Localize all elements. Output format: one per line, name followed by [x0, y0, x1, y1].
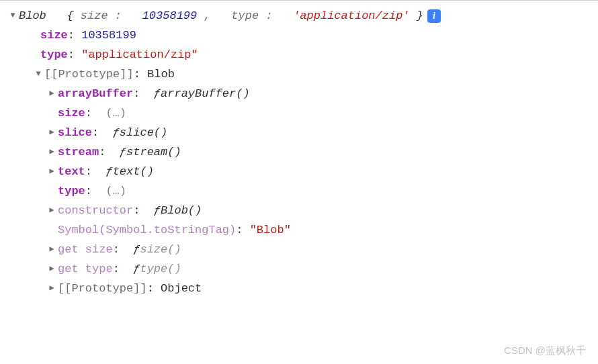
spacer-icon: ▶	[47, 220, 56, 240]
brace-close: }	[417, 9, 423, 22]
prototype-members: ▶arrayBuffer: ƒ arrayBuffer()▶size: (…)▶…	[8, 84, 598, 279]
spacer-icon: ▶	[47, 103, 56, 123]
prototype-value: Object	[161, 279, 202, 298]
info-icon[interactable]: i	[427, 9, 441, 23]
expand-toggle-icon[interactable]: ▶	[47, 259, 56, 279]
prototype-member-row[interactable]: ▶type: (…)	[8, 181, 598, 201]
expand-toggle-icon[interactable]: ▶	[47, 123, 56, 142]
class-name: Blob	[19, 9, 46, 22]
ellipsis-value[interactable]: (…)	[105, 181, 126, 201]
function-glyph-icon: ƒ	[133, 259, 140, 279]
function-glyph-icon: ƒ	[133, 240, 140, 259]
expand-toggle-icon[interactable]: ▶	[47, 162, 56, 181]
string-value: "Blob"	[250, 220, 291, 240]
function-glyph-icon: ƒ	[154, 201, 161, 220]
function-name: stream()	[126, 142, 181, 162]
property-row[interactable]: ▶ size : 10358199	[8, 26, 598, 45]
member-key: constructor	[58, 201, 133, 220]
member-key: slice	[58, 123, 92, 142]
function-glyph-icon: ƒ	[154, 84, 161, 103]
property-row[interactable]: ▶ type : "application/zip"	[8, 45, 598, 64]
prototype-label: [[Prototype]]	[44, 64, 134, 84]
prototype-member-row[interactable]: ▶get size: ƒ size()	[8, 240, 598, 259]
summary-size-value: 10358199	[142, 9, 198, 22]
function-name: text()	[113, 162, 154, 181]
prop-key-type: type	[40, 45, 68, 64]
prototype-row[interactable]: ▶ [[Prototype]] : Object	[8, 279, 598, 298]
expand-toggle-icon[interactable]: ▶	[47, 84, 56, 103]
function-name: slice()	[120, 123, 167, 142]
function-name: size()	[140, 240, 181, 259]
member-key: get type	[58, 259, 113, 279]
prototype-member-row[interactable]: ▶text: ƒ text()	[8, 162, 598, 181]
member-key: arrayBuffer	[58, 84, 133, 103]
prototype-label: [[Prototype]]	[58, 279, 147, 298]
function-glyph-icon: ƒ	[105, 162, 112, 181]
prototype-row[interactable]: ▼ [[Prototype]] : Blob	[8, 64, 598, 84]
prototype-member-row[interactable]: ▶constructor: ƒ Blob()	[8, 201, 598, 220]
expand-toggle-icon[interactable]: ▶	[47, 240, 56, 259]
expand-toggle-icon[interactable]: ▼	[8, 6, 17, 26]
watermark: CSDN @蓝枫秋千	[504, 340, 586, 360]
member-key: text	[58, 162, 85, 181]
brace-open: {	[67, 9, 73, 22]
function-name: type()	[140, 259, 181, 279]
summary-type-value: 'application/zip'	[293, 9, 409, 22]
function-glyph-icon: ƒ	[113, 123, 120, 142]
summary-type-key: type	[231, 9, 259, 22]
expand-toggle-icon[interactable]: ▶	[47, 142, 56, 162]
prototype-member-row[interactable]: ▶get type: ƒ type()	[8, 259, 598, 279]
function-glyph-icon: ƒ	[120, 142, 126, 162]
member-key: size	[58, 103, 85, 123]
prop-key-size: size	[40, 26, 68, 45]
function-name: Blob()	[161, 201, 202, 220]
member-key: type	[58, 181, 85, 201]
expand-toggle-icon[interactable]: ▼	[34, 64, 43, 84]
prototype-member-row[interactable]: ▶stream: ƒ stream()	[8, 142, 598, 162]
prototype-member-row[interactable]: ▶Symbol(Symbol.toStringTag): "Blob"	[8, 220, 598, 240]
prototype-member-row[interactable]: ▶arrayBuffer: ƒ arrayBuffer()	[8, 84, 598, 103]
spacer-icon: ▶	[47, 181, 56, 201]
prop-value-size: 10358199	[81, 26, 136, 45]
member-key: stream	[58, 142, 99, 162]
prototype-value: Blob	[147, 64, 175, 84]
prop-value-type: "application/zip"	[81, 45, 198, 64]
object-summary-row[interactable]: ▼ Blob { size : 10358199 , type : 'appli…	[8, 6, 598, 26]
spacer-icon: ▶	[30, 45, 39, 64]
member-key: Symbol(Symbol.toStringTag)	[58, 220, 236, 240]
summary-size-key: size	[81, 9, 108, 22]
ellipsis-value[interactable]: (…)	[105, 103, 126, 123]
member-key: get size	[58, 240, 113, 259]
spacer-icon: ▶	[30, 26, 39, 45]
prototype-member-row[interactable]: ▶slice: ƒ slice()	[8, 123, 598, 142]
function-name: arrayBuffer()	[161, 84, 250, 103]
prototype-member-row[interactable]: ▶size: (…)	[8, 103, 598, 123]
expand-toggle-icon[interactable]: ▶	[47, 201, 56, 220]
expand-toggle-icon[interactable]: ▶	[47, 279, 56, 298]
